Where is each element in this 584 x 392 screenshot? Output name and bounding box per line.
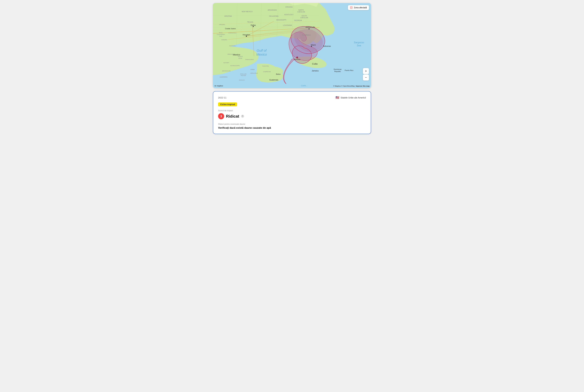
legend-color-box <box>350 6 353 9</box>
impact-score-row: 3 Ridicat ? <box>218 113 366 119</box>
zoom-in-button[interactable]: + <box>363 68 369 74</box>
svg-text:Puerto Rico: Puerto Rico <box>345 70 353 71</box>
mapbox-logo-icon: ⊕ <box>214 85 216 87</box>
damage-advice-label: Sfaturi pentru eventuale daune <box>218 123 366 125</box>
impact-label: Scorul de impact <box>218 110 366 112</box>
damage-advice-text: Verificați dacă există daune cauzate de … <box>218 126 366 130</box>
svg-text:GUERRERO: GUERRERO <box>220 76 227 78</box>
country-flag: 🇺🇸 <box>336 96 339 99</box>
svg-text:Belize: Belize <box>276 73 280 75</box>
zoom-out-button[interactable]: − <box>363 74 369 80</box>
info-card: 2022-11 🇺🇸 Statele Unite ale Americii Ci… <box>213 91 371 134</box>
svg-text:Mexico: Mexico <box>256 52 267 56</box>
svg-text:Mexico: Mexico <box>233 53 240 56</box>
map-legend: Zona afectată <box>348 5 369 10</box>
map-controls: + − <box>363 68 369 80</box>
svg-text:NUEVO: NUEVO <box>238 56 243 57</box>
svg-point-20 <box>297 57 298 58</box>
impact-score-circle: 3 <box>218 113 224 119</box>
mapbox-logo: ⊕ mapbox <box>214 85 223 87</box>
main-container: Gulf of Mexico Sargasso Sea <box>213 3 371 134</box>
svg-text:Bahamas: Bahamas <box>323 45 331 47</box>
svg-text:NORTH: NORTH <box>299 9 304 11</box>
svg-point-23 <box>309 28 310 29</box>
svg-text:MISSISSIPPI: MISSISSIPPI <box>276 19 286 21</box>
svg-text:VERACRUZ: VERACRUZ <box>250 72 258 74</box>
svg-text:Dominican: Dominican <box>334 68 342 70</box>
help-icon[interactable]: ? <box>241 115 244 118</box>
svg-text:TAMAULIPAS: TAMAULIPAS <box>245 59 254 60</box>
country-name: Statele Unite ale Americii <box>341 96 366 99</box>
svg-text:Jamaica: Jamaica <box>312 70 319 72</box>
svg-text:Jacksonville: Jacksonville <box>305 26 315 28</box>
svg-text:SINALOA: SINALOA <box>227 54 233 55</box>
impact-score-name: Ridicat <box>226 114 239 119</box>
card-country: 🇺🇸 Statele Unite ale Americii <box>336 96 366 99</box>
svg-text:GEORGIA: GEORGIA <box>294 20 302 21</box>
legend-label: Zona afectată <box>354 6 367 9</box>
svg-text:COAHUILA: COAHUILA <box>229 45 236 47</box>
svg-text:Dallas: Dallas <box>251 24 256 26</box>
svg-text:CALIFORNIA: CALIFORNIA <box>217 34 225 35</box>
svg-text:Sargasso: Sargasso <box>354 41 364 44</box>
svg-text:SOUTH: SOUTH <box>302 15 307 17</box>
svg-text:Xalapa: Xalapa <box>250 69 254 70</box>
svg-text:VIRGINIA: VIRGINIA <box>285 6 293 8</box>
svg-text:SAN LUIS: SAN LUIS <box>240 73 246 75</box>
svg-text:SUR: SUR <box>219 36 222 37</box>
card-date: 2022-11 <box>218 96 226 99</box>
svg-text:CAROLINA: CAROLINA <box>300 17 308 18</box>
svg-text:YUCATÁN: YUCATÁN <box>262 65 268 67</box>
svg-text:ARIZONA: ARIZONA <box>219 24 225 25</box>
improve-map-link[interactable]: Improve this map <box>356 85 370 87</box>
svg-text:NEW MEXICO: NEW MEXICO <box>242 11 253 12</box>
svg-text:FLORIDA: FLORIDA <box>302 34 311 36</box>
svg-text:Miami: Miami <box>311 44 316 46</box>
svg-text:ARIZONA: ARIZONA <box>224 15 232 17</box>
svg-text:Republic: Republic <box>335 70 341 72</box>
svg-text:OAXACA: OAXACA <box>239 79 245 81</box>
svg-text:POTOSÍ: POTOSÍ <box>241 75 246 76</box>
card-header: 2022-11 🇺🇸 Statele Unite ale Americii <box>218 96 366 99</box>
svg-text:OKLAHOMA: OKLAHOMA <box>269 15 279 17</box>
svg-text:Carib...: Carib... <box>301 84 307 87</box>
svg-text:Ciudad Juárez: Ciudad Juárez <box>225 28 236 30</box>
map-attribution: © Mapbox © OpenStreetMap Improve this ma… <box>333 85 370 87</box>
svg-text:Guatemala: Guatemala <box>269 79 278 81</box>
svg-text:Houston: Houston <box>243 34 250 36</box>
svg-text:ARKANSAS: ARKANSAS <box>268 9 277 11</box>
svg-text:TEXAS: TEXAS <box>247 21 253 23</box>
svg-text:SONORA: SONORA <box>221 39 227 40</box>
svg-text:GUANAJUATO: GUANAJUATO <box>230 65 240 66</box>
svg-text:BAJA: BAJA <box>219 32 223 34</box>
svg-text:CAROLINA: CAROLINA <box>297 11 305 13</box>
svg-text:CHIHUAHUA: CHIHUAHUA <box>228 32 236 34</box>
svg-text:CAMPECHE: CAMPECHE <box>263 71 271 72</box>
svg-text:MICHOACÁN: MICHOACÁN <box>222 70 230 72</box>
attribution-text: © Mapbox © OpenStreetMap <box>333 85 355 87</box>
disaster-badge: Ciclon tropical <box>218 102 237 106</box>
svg-text:Cuba: Cuba <box>312 62 318 65</box>
svg-text:NAYARIT: NAYARIT <box>223 62 229 64</box>
svg-text:Gulf of: Gulf of <box>257 48 267 52</box>
svg-text:LOUISIANA: LOUISIANA <box>283 24 292 26</box>
svg-text:KENTUCKY: KENTUCKY <box>284 14 294 16</box>
svg-text:Havana: Havana <box>294 58 300 60</box>
map-container: Gulf of Mexico Sargasso Sea <box>213 3 371 88</box>
svg-text:Sea: Sea <box>357 44 361 47</box>
mapbox-logo-text: mapbox <box>217 85 223 87</box>
svg-text:LEON: LEON <box>238 58 242 59</box>
